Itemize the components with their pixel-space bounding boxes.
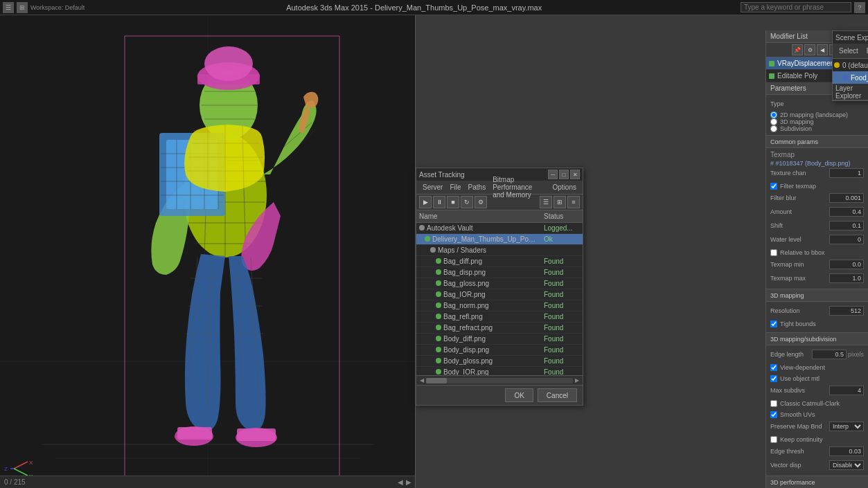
filter-blur-input[interactable] [829,193,864,203]
asset-play-btn[interactable]: ▶ [419,196,432,208]
keep-continuity-checkbox[interactable] [770,436,777,443]
texture-chan-input[interactable] [829,168,864,178]
preserve-map-select[interactable]: Interp [829,422,864,431]
asset-refresh-btn[interactable]: ↻ [461,196,473,208]
scene-explorer-titlebar[interactable]: Scene Explorer - Layer Explorer ─ □ ✕ [833,31,868,44]
hscroll-track[interactable] [426,378,573,383]
modifier-vray-dot [769,61,774,66]
view-dependent-row[interactable]: View-dependent [770,362,864,373]
scene-row-default[interactable]: 0 (default) [833,59,868,71]
edge-length-input[interactable] [812,350,847,359]
asset-options-menu[interactable]: Options [549,182,580,192]
asset-tracking-maximize-btn[interactable]: □ [559,170,569,179]
texmap-min-input[interactable] [829,260,864,269]
asset-row-4[interactable]: Bag_disp.pngFound [416,267,583,278]
filter-texmap-row[interactable]: Filter texmap [770,181,864,192]
type-2d-radio[interactable]: 2D mapping (landscape) [770,111,864,118]
asset-row-9[interactable]: Bag_refract.pngFound [416,323,583,334]
asset-row-3[interactable]: Bag_diff.pngFound [416,256,583,267]
asset-row-11[interactable]: Body_disp.pngFound [416,345,583,356]
mod-pin-btn[interactable]: 📌 [792,44,803,55]
type-3d-input[interactable] [770,118,777,125]
texture-chan-row: Texture chan [770,167,864,179]
use-object-mtl-checkbox[interactable] [770,375,777,382]
asset-status-6: Found [541,291,583,298]
asset-view3-btn[interactable]: ≡ [567,196,580,208]
asset-table-body[interactable]: Autodesk VaultLogged...Delivery_Man_Thum… [416,223,583,375]
texmap-max-input[interactable] [829,273,864,283]
asset-tracking-close-btn[interactable]: ✕ [570,170,580,179]
asset-paths-menu[interactable]: Paths [465,182,490,192]
asset-row-0[interactable]: Autodesk VaultLogged... [416,223,583,234]
3d-mapping-title[interactable]: 3D mapping [766,289,868,302]
water-level-input[interactable] [829,235,864,244]
amount-input[interactable] [829,207,864,217]
asset-file-menu[interactable]: File [446,182,464,192]
nav-next-icon[interactable]: ▶ [406,478,411,486]
catmull-clark-checkbox[interactable] [770,400,777,407]
asset-server-menu[interactable]: Server [419,182,446,192]
type-2d-label: 2D mapping (landscape) [780,111,848,118]
search-input[interactable] [741,2,851,12]
use-object-mtl-row[interactable]: Use object mtl [770,373,864,384]
asset-row-10[interactable]: Body_diff.pngFound [416,334,583,345]
catmull-clark-row[interactable]: Classic Catmull-Clark [770,398,864,409]
asset-row-13[interactable]: Body_IOR.pngFound [416,367,583,375]
app-menu-icon[interactable]: ☰ [3,2,14,13]
hscroll-thumb[interactable] [426,378,447,383]
asset-stop-btn[interactable]: ■ [447,196,459,208]
viewport[interactable]: [ Perspective ] [ Shaded + Edged Faces ]… [0,15,416,488]
type-3d-radio[interactable]: 3D mapping [770,118,864,125]
subdivision-title[interactable]: 3D mapping/subdivision [766,333,868,345]
asset-settings-btn[interactable]: ⚙ [475,196,487,208]
asset-row-12[interactable]: Body_gloss.pngFound [416,356,583,367]
asset-view2-btn[interactable]: ⊞ [553,196,566,208]
max-subdivs-input[interactable] [829,386,864,395]
resolution-key: Resolution [770,307,829,314]
scene-select-menu[interactable]: Select [835,46,862,56]
asset-cancel-btn[interactable]: Cancel [538,388,577,402]
tight-bounds-row[interactable]: Tight bounds [770,318,864,329]
vector-disp-select[interactable]: Disabled [829,460,864,470]
params-label: Parameters [770,84,806,92]
asset-row-6[interactable]: Bag_IOR.pngFound [416,289,583,300]
tight-bounds-checkbox[interactable] [770,320,777,327]
asset-row-5[interactable]: Bag_gloss.pngFound [416,278,583,289]
smooth-uvs-row[interactable]: Smooth UVs [770,409,864,420]
hscroll-left-icon[interactable]: ◀ [418,377,426,383]
edge-thresh-row: Edge thresh [770,445,864,458]
asset-ok-btn[interactable]: OK [505,388,533,402]
type-2d-input[interactable] [770,111,777,118]
asset-name-13: Body_IOR.png [416,368,541,375]
common-params-title[interactable]: Common params [766,136,868,148]
asset-row-2[interactable]: Maps / Shaders [416,245,583,256]
asset-hscroll[interactable]: ◀ ▶ [416,375,583,385]
scene-row-food-delivery[interactable]: Food_Delivery_Man_Thumbs_Up_Pose [833,71,868,84]
nav-prev-icon[interactable]: ◀ [398,478,403,486]
filter-texmap-checkbox[interactable] [770,183,777,190]
3d-performance-title[interactable]: 3D performance [766,476,868,488]
shift-input[interactable] [829,221,864,231]
help-icon[interactable]: ? [854,2,865,13]
type-subdiv-radio[interactable]: Subdivision [770,125,864,132]
scene-edit-menu[interactable]: Edit [863,46,868,56]
asset-pause-btn[interactable]: ⏸ [433,196,445,208]
asset-row-1[interactable]: Delivery_Man_Thumbs_Up_Pose_max_vray.max… [416,234,583,245]
asset-row-7[interactable]: Bag_norm.pngFound [416,300,583,311]
type-subdiv-input[interactable] [770,125,777,132]
relative-to-bbox-row[interactable]: Relative to bbox [770,247,864,258]
hscroll-right-icon[interactable]: ▶ [573,377,581,383]
mod-nav-prev-btn[interactable]: ◀ [817,44,828,55]
asset-row-8[interactable]: Bag_refl.pngFound [416,311,583,323]
mod-config-btn[interactable]: ⚙ [804,44,815,55]
asset-view1-btn[interactable]: ☰ [540,196,552,208]
main-layout: [ Perspective ] [ Shaded + Edged Faces ]… [0,15,868,488]
keep-continuity-row[interactable]: Keep continuity [770,434,864,445]
asset-tracking-minimize-btn[interactable]: ─ [548,170,558,179]
relative-bbox-checkbox[interactable] [770,249,777,256]
resolution-input[interactable] [829,306,864,316]
quick-access-icon[interactable]: ⊞ [17,2,28,13]
view-dependent-checkbox[interactable] [770,364,777,371]
smooth-uvs-checkbox[interactable] [770,411,777,418]
edge-thresh-input[interactable] [829,446,864,456]
